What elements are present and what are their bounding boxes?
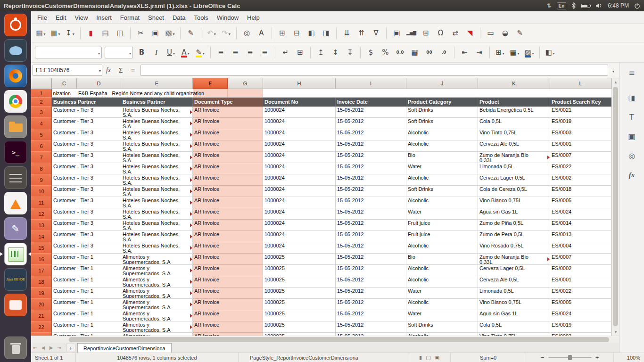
- row-header-13[interactable]: 13: [31, 220, 52, 231]
- wrap-text-button[interactable]: ↵: [279, 45, 292, 59]
- font-color-button[interactable]: A: [179, 45, 192, 59]
- cell-C5[interactable]: Customer - Tier 3: [52, 129, 121, 140]
- cell-C7[interactable]: Customer - Tier 3: [52, 152, 121, 163]
- language-indicator[interactable]: En: [557, 2, 567, 9]
- delete-decimal-button[interactable]: .0: [437, 45, 451, 59]
- cell-F13[interactable]: AR Invoice: [193, 220, 263, 231]
- cell-K12[interactable]: Agua sin Gas 1L: [478, 208, 550, 220]
- sort-ascending-button[interactable]: ⇊: [340, 26, 354, 40]
- cell-I12[interactable]: 15-05-2012: [336, 208, 406, 220]
- cell-K22[interactable]: Cola 0,5L: [478, 321, 550, 333]
- align-center-button[interactable]: ≡: [229, 45, 242, 59]
- cell-E8[interactable]: Hoteles Buenas Noches,S.A.: [121, 163, 193, 174]
- selection-mode-icon[interactable]: ▢: [426, 354, 430, 361]
- cell-E6[interactable]: Hoteles Buenas Noches,S.A.: [121, 140, 193, 152]
- insert-image-button[interactable]: ▣: [390, 26, 404, 40]
- zoom-out-button[interactable]: −: [540, 354, 545, 361]
- insert-comment-button[interactable]: ◥: [463, 26, 477, 40]
- sidebar-settings-button[interactable]: ≡: [626, 67, 638, 78]
- cell-F12[interactable]: AR Invoice: [193, 208, 263, 220]
- cell-H4[interactable]: 1000024: [263, 118, 336, 129]
- cell-F10[interactable]: AR Invoice: [193, 186, 263, 197]
- cell-F18[interactable]: AR Invoice: [193, 276, 263, 288]
- cell-L16[interactable]: ES/0007: [550, 254, 611, 265]
- insert-hyperlink-button[interactable]: ⇄: [448, 26, 462, 40]
- cell-E19[interactable]: Alimentos ySupermercados. S.A: [121, 288, 193, 299]
- conditional-formatting-button[interactable]: ◧: [543, 45, 557, 59]
- column-header-D[interactable]: D: [77, 78, 121, 89]
- vlc-icon[interactable]: [4, 192, 27, 214]
- cell-E20[interactable]: Alimentos ySupermercados. S.A: [121, 299, 193, 310]
- cell-C21[interactable]: Customer - Tier 1: [52, 310, 121, 321]
- row-header-22[interactable]: 22: [31, 321, 52, 333]
- cell-I7[interactable]: 15-05-2012: [336, 152, 406, 163]
- keyboard-indicator-icon[interactable]: ⇅: [546, 2, 551, 9]
- cell-J22[interactable]: Soft Drinks: [406, 321, 478, 333]
- cut-button[interactable]: ✂: [134, 26, 148, 40]
- menu-tools[interactable]: Tools: [190, 12, 212, 23]
- justify-button[interactable]: ≡: [258, 45, 272, 59]
- cell-C13[interactable]: Customer - Tier 3: [52, 220, 121, 231]
- row-header-9[interactable]: 9: [31, 174, 52, 186]
- cell-J14[interactable]: Fruit juice: [406, 231, 478, 242]
- cell-J21[interactable]: Water: [406, 310, 478, 321]
- cell-K18[interactable]: Cerveza Ale 0,5L: [478, 276, 550, 288]
- trash-icon[interactable]: [4, 337, 27, 359]
- row-header-18[interactable]: 18: [31, 276, 52, 288]
- cell-H17[interactable]: 1000025: [263, 265, 336, 276]
- header-cell-business-partner-name[interactable]: Business Partner: [121, 98, 193, 107]
- cell-E11[interactable]: Hoteles Buenas Noches,S.A.: [121, 197, 193, 208]
- cell-J13[interactable]: Fruit juice: [406, 220, 478, 231]
- format-date-button[interactable]: ▦: [408, 45, 421, 59]
- row-header-20[interactable]: 20: [31, 299, 52, 310]
- cell-I15[interactable]: 15-05-2012: [336, 242, 406, 254]
- cell-E12[interactable]: Hoteles Buenas Noches,S.A.: [121, 208, 193, 220]
- clock[interactable]: 6:48 PM: [608, 2, 629, 9]
- cell-H18[interactable]: 1000025: [263, 276, 336, 288]
- menu-file[interactable]: File: [33, 12, 51, 23]
- cell-J16[interactable]: Bio: [406, 254, 478, 265]
- header-cell-product[interactable]: Product: [478, 98, 550, 107]
- cell-C20[interactable]: Customer - Tier 1: [52, 299, 121, 310]
- cell-F8[interactable]: AR Invoice: [193, 163, 263, 174]
- first-sheet-button[interactable]: ⇤: [31, 343, 39, 353]
- cell-L4[interactable]: ES/0019: [550, 118, 611, 129]
- navigator-deck-button[interactable]: ◎: [626, 150, 638, 161]
- export-pdf-button[interactable]: ▮: [84, 26, 98, 40]
- previous-sheet-button[interactable]: ◀: [39, 343, 47, 353]
- cell-H11[interactable]: 1000024: [263, 197, 336, 208]
- row-header-7[interactable]: 7: [31, 152, 52, 163]
- cell-L22[interactable]: ES/0019: [550, 321, 611, 333]
- center-vertically-button[interactable]: ↕: [329, 45, 342, 59]
- cell-K19[interactable]: Limonada 0,5L: [478, 288, 550, 299]
- sum-status[interactable]: Sum=0: [451, 353, 526, 362]
- last-sheet-button[interactable]: ⇥: [55, 343, 63, 353]
- format-number-button[interactable]: 0.0: [393, 45, 407, 59]
- column-header-C[interactable]: C: [52, 78, 77, 89]
- cell-I17[interactable]: 15-05-2012: [336, 265, 406, 276]
- cell-F11[interactable]: AR Invoice: [193, 197, 263, 208]
- cell-F4[interactable]: AR Invoice: [193, 118, 263, 129]
- cell-L21[interactable]: ES/0024: [550, 310, 611, 321]
- ubuntu-icon[interactable]: [4, 14, 27, 36]
- align-left-button[interactable]: ≡: [214, 45, 228, 59]
- underline-button[interactable]: U: [164, 45, 178, 59]
- cell-C15[interactable]: Customer - Tier 3: [52, 242, 121, 254]
- headers-footers-button[interactable]: ▭: [484, 26, 497, 40]
- cell-J7[interactable]: Bio: [406, 152, 478, 163]
- cell-J20[interactable]: Alcoholic: [406, 299, 478, 310]
- cell-K10[interactable]: Cola de Cereza 0,5L: [478, 186, 550, 197]
- cell-I22[interactable]: 15-05-2012: [336, 321, 406, 333]
- cell-H13[interactable]: 1000024: [263, 220, 336, 231]
- firefox-icon[interactable]: [4, 65, 27, 87]
- cell-J11[interactable]: Alcoholic: [406, 197, 478, 208]
- cell-K20[interactable]: Vino Blanco 0,75L: [478, 299, 550, 310]
- java-ide-icon[interactable]: Java EE IDE: [4, 268, 27, 291]
- cell-C10[interactable]: Customer - Tier 3: [52, 186, 121, 197]
- menu-window[interactable]: Window: [213, 12, 243, 23]
- cell-I14[interactable]: 15-05-2012: [336, 231, 406, 242]
- cell-H3[interactable]: 1000024: [263, 107, 336, 118]
- cell-J4[interactable]: Soft Drinks: [406, 118, 478, 129]
- cell-J6[interactable]: Alcoholic: [406, 140, 478, 152]
- cell-I18[interactable]: 15-05-2012: [336, 276, 406, 288]
